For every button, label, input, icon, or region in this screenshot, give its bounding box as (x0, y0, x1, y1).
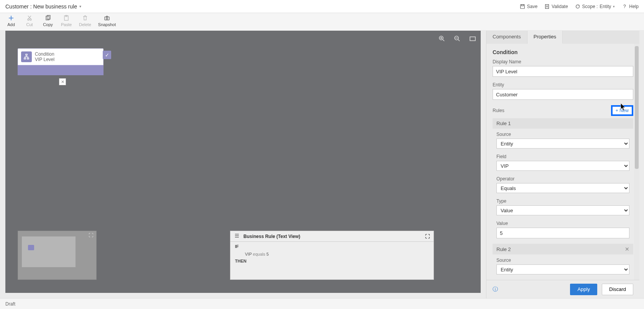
info-icon[interactable]: ⓘ (493, 286, 498, 293)
source-select[interactable]: Entity (496, 139, 629, 149)
rule-1-label: Rule 1 (496, 121, 511, 126)
text-view-title: Business Rule (Text View) (243, 234, 300, 239)
svg-point-4 (28, 19, 29, 20)
add-button[interactable]: Add (5, 15, 17, 27)
operator-select[interactable]: Equals (496, 183, 629, 193)
validate-button[interactable]: Validate (544, 4, 568, 9)
value-label: Value (496, 221, 629, 226)
save-button[interactable]: Save (520, 4, 537, 9)
minimap-node (28, 245, 34, 250)
rules-label: Rules (493, 108, 504, 113)
save-label: Save (527, 4, 537, 9)
field-label: Field (496, 154, 629, 159)
camera-icon (104, 15, 110, 21)
app-header: Customer: New business rule ▾ Save Valid… (0, 0, 644, 13)
delete-button[interactable]: Delete (79, 15, 91, 27)
value-input[interactable] (496, 228, 629, 238)
scope-label: Scope : (582, 4, 598, 9)
minimap-viewport[interactable] (22, 236, 76, 267)
apply-button[interactable]: Apply (570, 284, 597, 295)
delete-label: Delete (79, 22, 91, 27)
chevron-down-icon[interactable]: ▾ (79, 4, 81, 8)
check-icon[interactable]: ✓ (103, 51, 111, 59)
text-view-body: IF VIP equals 5 THEN (230, 242, 434, 269)
validate-icon (544, 4, 550, 9)
scope-selector[interactable]: Scope : Entity ▾ (575, 4, 615, 9)
page-title[interactable]: Customer: New business rule ▾ (5, 3, 81, 10)
rule-2-header[interactable]: Rule 2 ✕ (493, 244, 633, 254)
tab-components[interactable]: Components (486, 31, 527, 44)
list-icon (234, 233, 240, 240)
rule-title: New business rule (33, 3, 77, 10)
display-name-input[interactable] (493, 66, 633, 77)
scrollbar-thumb[interactable] (635, 46, 639, 169)
svg-rect-16 (24, 58, 26, 59)
discard-button[interactable]: Discard (602, 284, 633, 295)
entity-name: Customer (5, 3, 29, 10)
text-view-header: Business Rule (Text View) ⛶ (230, 231, 434, 242)
svg-rect-2 (545, 4, 549, 8)
help-label: Help (629, 4, 639, 9)
paste-icon (63, 15, 70, 21)
svg-point-11 (106, 18, 108, 19)
copy-icon (44, 15, 51, 21)
zoom-controls (438, 35, 477, 43)
properties-panel: Components Properties Condition Display … (486, 31, 639, 298)
header-actions: Save Validate Scope : Entity ▾ ? Help (520, 4, 639, 9)
rules-header: Rules + New (493, 105, 633, 116)
rule-2-label: Rule 2 (496, 246, 511, 252)
snapshot-button[interactable]: Snapshot (98, 15, 116, 27)
condition-label: Condition (35, 51, 54, 57)
expr-op: equals (253, 252, 265, 256)
add-label: Add (7, 22, 15, 27)
copy-button[interactable]: Copy (42, 15, 54, 27)
field-select[interactable]: VIP (496, 161, 629, 171)
help-button[interactable]: ? Help (622, 4, 639, 9)
svg-rect-1 (521, 4, 523, 6)
expand-icon[interactable]: ⛶ (425, 234, 430, 239)
type-select[interactable]: Value (496, 205, 629, 215)
save-icon (520, 4, 525, 9)
condition-node-body[interactable] (18, 65, 104, 75)
new-rule-button[interactable]: + New (611, 105, 633, 116)
condition-node[interactable]: Condition VIP Level (18, 48, 104, 75)
source-label: Source (496, 132, 629, 137)
entity-input[interactable] (493, 89, 633, 100)
copy-label: Copy (43, 22, 53, 27)
type-label: Type (496, 198, 629, 204)
cut-icon (26, 15, 33, 21)
section-title: Condition (493, 49, 633, 55)
svg-point-5 (30, 19, 31, 20)
designer-canvas[interactable]: Condition VIP Level ✓ ✕ ⛶ Business Rule … (5, 31, 481, 293)
zoom-out-button[interactable] (453, 35, 462, 43)
title-separator: : (30, 3, 32, 10)
rule-2-body: Source Entity Field (493, 254, 633, 280)
close-icon[interactable]: ✕ (59, 78, 66, 85)
cut-button[interactable]: Cut (24, 15, 35, 27)
status-bar: Draft (0, 298, 644, 309)
tab-properties[interactable]: Properties (527, 31, 563, 44)
fit-screen-button[interactable] (468, 35, 477, 43)
minimap[interactable]: ⛶ (18, 231, 97, 280)
zoom-in-button[interactable] (438, 35, 446, 43)
paste-button[interactable]: Paste (61, 15, 72, 27)
condition-node-header[interactable]: Condition VIP Level (18, 48, 104, 65)
condition-value: VIP Level (35, 57, 54, 62)
expr-field: VIP (245, 252, 252, 256)
source-label-2: Source (496, 258, 629, 263)
validate-label: Validate (552, 4, 568, 9)
scrollbar[interactable] (634, 44, 639, 280)
expr-value: 5 (266, 252, 269, 256)
trash-icon (82, 15, 89, 21)
if-expression: VIP equals 5 (245, 252, 429, 256)
rule-1-header[interactable]: Rule 1 (493, 118, 633, 129)
paste-label: Paste (61, 22, 72, 27)
panel-footer: ⓘ Apply Discard (486, 280, 639, 298)
source-select-2[interactable]: Entity (496, 264, 629, 274)
svg-rect-14 (470, 37, 475, 41)
close-icon[interactable]: ✕ (625, 246, 629, 252)
condition-node-text: Condition VIP Level (35, 51, 54, 63)
expand-icon[interactable]: ⛶ (89, 233, 94, 238)
panel-tabs: Components Properties (486, 31, 639, 44)
svg-rect-10 (105, 17, 109, 20)
